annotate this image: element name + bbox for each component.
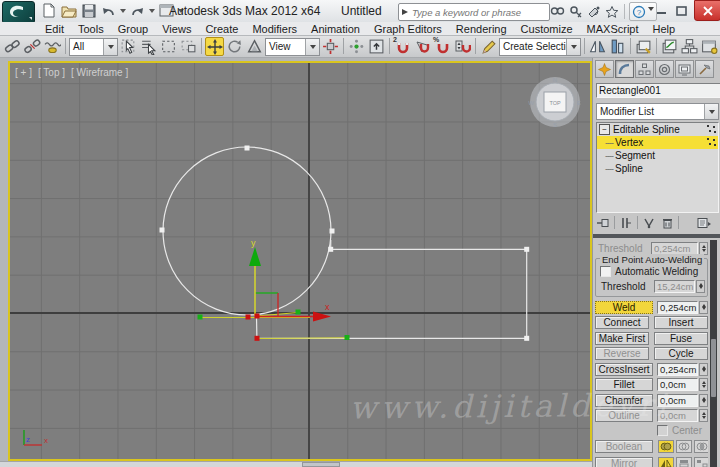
keyboard-shortcut-override-icon[interactable] (367, 37, 386, 56)
fillet-spinner[interactable] (699, 378, 708, 391)
menu-maxscript[interactable]: MAXScript (580, 22, 646, 36)
reverse-button[interactable]: Reverse (595, 347, 649, 360)
outline-spinner[interactable] (699, 409, 708, 422)
new-file-icon[interactable] (40, 2, 57, 19)
menu-tools[interactable]: Tools (71, 22, 111, 36)
stack-row-segment[interactable]: Segment (597, 149, 718, 162)
auto-weld-threshold-field[interactable]: 15,24cm (654, 280, 695, 293)
select-and-rotate-icon[interactable] (225, 37, 244, 56)
select-object-icon[interactable] (119, 37, 138, 56)
panel-scrollbar-thumb[interactable] (711, 339, 716, 397)
fillet-button[interactable]: Fillet (595, 378, 653, 391)
viewport-canvas[interactable]: y x (10, 63, 590, 459)
edit-named-selection-sets-icon[interactable] (479, 37, 498, 56)
tab-create[interactable] (595, 60, 614, 78)
window-crossing-toggle-icon[interactable] (179, 37, 198, 56)
close-button[interactable] (694, 0, 720, 21)
bezier-handle-points[interactable] (198, 310, 350, 341)
select-by-name-icon[interactable] (139, 37, 158, 56)
select-and-link-icon[interactable] (3, 37, 22, 56)
automatic-welding-checkbox[interactable] (600, 266, 611, 277)
pin-stack-icon[interactable] (595, 215, 611, 230)
app-menu-button[interactable] (2, 1, 35, 24)
save-file-icon[interactable] (80, 2, 97, 19)
align-icon[interactable] (608, 37, 627, 56)
menu-modifiers[interactable]: Modifiers (245, 22, 304, 36)
boolean-union-icon[interactable] (658, 440, 674, 453)
menu-customize[interactable]: Customize (514, 22, 580, 36)
connect-button[interactable]: Connect (595, 316, 649, 329)
gizmo-y-arrowhead[interactable] (249, 247, 261, 266)
menu-rendering[interactable]: Rendering (449, 22, 514, 36)
stack-row-vertex[interactable]: Vertex (597, 136, 718, 149)
layer-manager-icon[interactable] (634, 37, 653, 56)
redo-icon[interactable] (129, 2, 146, 19)
center-checkbox[interactable] (657, 425, 668, 436)
reference-coordinate-system-dropdown[interactable]: View (265, 38, 320, 56)
outline-button[interactable]: Outline (595, 409, 653, 422)
tab-hierarchy[interactable] (635, 60, 654, 78)
boolean-intersect-icon[interactable] (694, 440, 708, 453)
search-icon[interactable] (549, 3, 566, 20)
make-unique-icon[interactable] (641, 215, 657, 230)
cycle-button[interactable]: Cycle (654, 347, 708, 360)
modifier-list-dropdown[interactable]: Modifier List (596, 103, 719, 120)
collapse-icon[interactable]: − (599, 124, 610, 135)
auto-weld-threshold-spinner[interactable] (696, 280, 705, 293)
stack-row-editable-spline[interactable]: − Editable Spline (597, 123, 718, 136)
menu-help[interactable]: Help (646, 22, 683, 36)
show-end-result-icon[interactable] (618, 215, 634, 230)
percent-snap-toggle-icon[interactable]: % (433, 37, 452, 56)
configure-modifier-sets-icon[interactable] (696, 215, 712, 230)
editable-spline-shape[interactable] (163, 147, 527, 338)
minimize-button[interactable] (652, 2, 671, 19)
select-and-scale-icon[interactable] (245, 37, 264, 56)
angle-snap-toggle-icon[interactable] (413, 37, 432, 56)
favorites-star-icon[interactable] (603, 3, 620, 20)
gizmo-x-arrowhead[interactable] (313, 312, 331, 322)
chamfer-spinner[interactable] (699, 394, 708, 407)
time-slider-track[interactable] (0, 461, 592, 467)
viewcube[interactable]: TOP N E S W (528, 77, 581, 128)
insert-button[interactable]: Insert (654, 316, 708, 329)
mirror-button[interactable]: Mirror (595, 457, 653, 467)
remove-modifier-icon[interactable] (659, 215, 675, 230)
menu-create[interactable]: Create (198, 22, 245, 36)
mirror-horizontal-icon[interactable] (658, 457, 674, 467)
cross-insert-spinner[interactable] (699, 363, 708, 376)
menu-graph-editors[interactable]: Graph Editors (367, 22, 449, 36)
named-selection-sets-dropdown[interactable]: Create Selection Se (499, 38, 581, 56)
weld-button[interactable]: Weld (595, 301, 653, 314)
stack-row-spline[interactable]: Spline (597, 162, 718, 175)
curve-editor-icon[interactable] (660, 37, 679, 56)
select-and-manipulate-icon[interactable] (347, 37, 366, 56)
use-pivot-point-center-icon[interactable] (321, 37, 340, 56)
weld-value-field[interactable]: 0,254cm (657, 301, 698, 314)
menu-group[interactable]: Group (111, 22, 156, 36)
tab-motion[interactable] (655, 60, 674, 78)
subscription-key-icon[interactable] (567, 3, 584, 20)
chamfer-button[interactable]: Chamfer (595, 394, 653, 407)
communication-center-icon[interactable] (585, 3, 602, 20)
rendered-frame-window-icon[interactable] (700, 37, 719, 56)
boolean-button[interactable]: Boolean (595, 440, 653, 453)
chamfer-field[interactable]: 0,0cm (657, 394, 698, 407)
make-first-button[interactable]: Make First (595, 332, 649, 345)
unlink-selection-icon[interactable] (23, 37, 42, 56)
tab-display[interactable] (675, 60, 694, 78)
cross-insert-button[interactable]: CrossInsert (595, 363, 653, 376)
schematic-view-icon[interactable] (680, 37, 699, 56)
bind-to-space-warp-icon[interactable] (43, 37, 62, 56)
redo-dropdown-arrow[interactable] (149, 9, 155, 16)
rectangular-selection-region-icon[interactable] (159, 37, 178, 56)
cross-insert-field[interactable]: 0,254cm (657, 363, 698, 376)
menu-edit[interactable]: Edit (38, 22, 71, 36)
menu-animation[interactable]: Animation (304, 22, 367, 36)
mirror-both-icon[interactable] (694, 457, 708, 467)
mirror-icon[interactable] (588, 37, 607, 56)
open-file-icon[interactable] (60, 2, 77, 19)
snaps-toggle-2d-icon[interactable]: 2 (393, 37, 412, 56)
outline-field[interactable]: 0,0cm (657, 409, 698, 422)
undo-dropdown-arrow[interactable] (120, 9, 126, 16)
selection-filter-dropdown[interactable]: All (69, 38, 118, 56)
